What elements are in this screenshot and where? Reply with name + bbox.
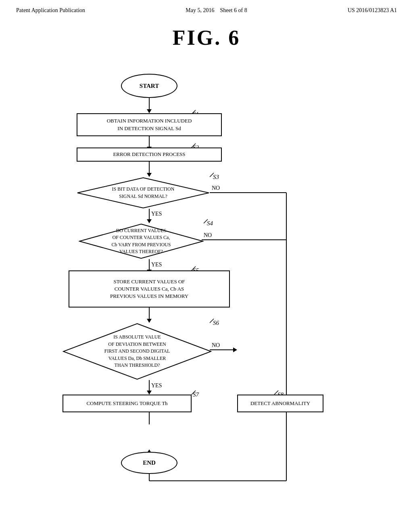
svg-marker-23	[233, 347, 237, 352]
header-left: Patent Application Publication	[16, 7, 85, 14]
s3-diamond: IS BIT DATA OF DETECTION SIGNAL Sd NORMA…	[77, 177, 210, 209]
s3-label: S3	[213, 174, 219, 181]
s6-diamond: IS ABSOLUTE VALUE OF DEVIATION BETWEEN F…	[63, 323, 212, 380]
svg-text:YES: YES	[151, 211, 162, 217]
s7-rect: COMPUTE STEERING TORQUE Th	[63, 395, 192, 412]
header-right: US 2016/0123823 A1	[348, 7, 397, 14]
svg-text:NO: NO	[212, 342, 220, 348]
page-header: Patent Application Publication May 5, 20…	[0, 0, 413, 14]
svg-marker-5	[147, 173, 152, 177]
end-oval: END	[121, 452, 177, 474]
s7-label: S7	[193, 391, 199, 398]
svg-text:YES: YES	[151, 262, 162, 268]
s6-label: S6	[213, 320, 219, 326]
svg-marker-18	[147, 319, 152, 323]
s4-diamond: DO CURRENT VALUES OF COUNTER VALUES Ca, …	[79, 223, 204, 259]
s8-rect: DETECT ABNORMALITY	[237, 395, 323, 412]
header-middle: May 5, 2016 Sheet 6 of 8	[186, 7, 247, 14]
s4-label: S4	[207, 220, 213, 227]
svg-text:NO: NO	[212, 185, 220, 191]
start-oval: START	[121, 74, 177, 98]
svg-text:YES: YES	[151, 382, 162, 389]
s1-rect: OBTAIN INFORMATION INCLUDED IN DETECTION…	[77, 113, 222, 136]
svg-marker-20	[147, 391, 152, 395]
s5-rect: STORE CURRENT VALUES OF COUNTER VALUES C…	[69, 270, 230, 308]
svg-text:NO: NO	[204, 232, 212, 238]
svg-marker-1	[147, 109, 152, 113]
svg-marker-7	[147, 219, 152, 223]
flowchart: YES NO YES NO YES NO	[0, 62, 413, 517]
figure-title: FIG. 6	[0, 26, 413, 50]
s2-rect: ERROR DETECTION PROCESS	[77, 148, 222, 162]
